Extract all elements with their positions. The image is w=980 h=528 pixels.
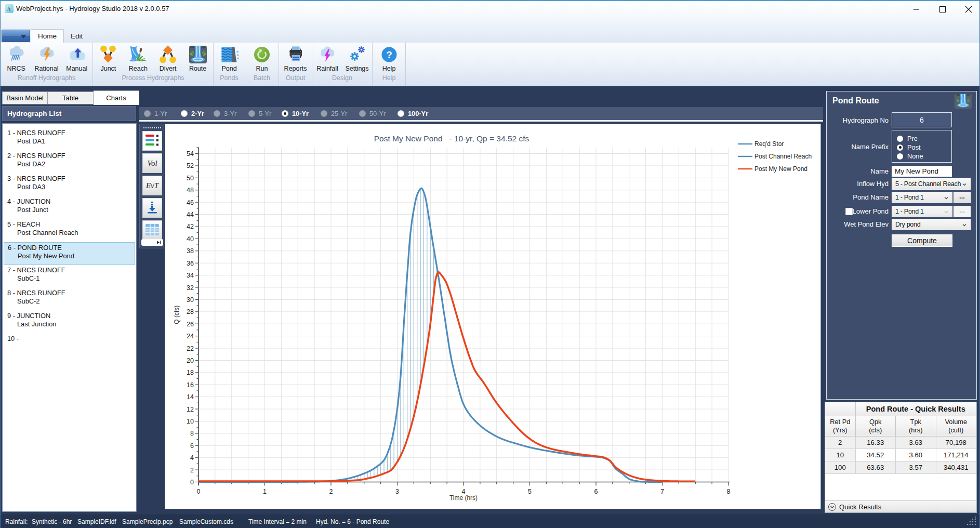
view-tab-charts[interactable]: Charts (94, 90, 139, 105)
hydrograph-list-item[interactable]: 4 - JUNCTIONPost Junct (3, 196, 136, 219)
quick-results-footer[interactable]: Quick Results (825, 500, 976, 512)
lower-pond-select[interactable]: 1 - Pond 1 (892, 206, 952, 217)
svg-text:0: 0 (190, 479, 194, 486)
app-menu-button[interactable] (2, 30, 30, 42)
quick-results-cell: 3.60 (896, 448, 936, 461)
view-tab-table[interactable]: Table (48, 91, 94, 104)
side-toolbar-export-button[interactable] (142, 198, 162, 218)
side-toolbar-series-legend-button[interactable] (142, 131, 162, 151)
compute-button[interactable]: Compute (892, 234, 952, 247)
close-button[interactable] (963, 4, 974, 15)
hydrograph-list-item[interactable]: 10 - (3, 334, 136, 357)
return-period-3-yr[interactable]: 3-Yr (214, 107, 236, 120)
return-period-50-yr[interactable]: 50-Yr (359, 107, 386, 120)
svg-text:6: 6 (190, 442, 194, 450)
radio-label: Post (907, 143, 921, 151)
pond-name-more-button[interactable]: ... (953, 192, 971, 203)
quick-results-row[interactable]: 216.333.6370,198 (825, 436, 976, 448)
pond-name-select[interactable]: 1 - Pond 1 (892, 192, 952, 203)
app-logo-icon (5, 4, 14, 13)
ribbon-button-rational[interactable]: Rational (32, 45, 61, 72)
data-table-icon (145, 223, 160, 237)
return-period-10-yr[interactable]: 10-Yr (282, 107, 309, 120)
ribbon-group-design: Rainfall SettingsDesign (312, 43, 373, 86)
wet-pond-elev-select[interactable]: Dry pond (892, 219, 971, 230)
ribbon-button-reach[interactable]: Reach (124, 45, 153, 72)
side-toolbar-evt-button[interactable]: EvT (142, 176, 162, 195)
view-tab-basin-model[interactable]: Basin Model (2, 91, 48, 104)
return-period-100-yr[interactable]: 100-Yr (398, 107, 428, 120)
column-header: Volume(cuft) (936, 416, 976, 436)
hydrograph-item-title: 8 - NRCS RUNOFF (7, 288, 133, 297)
minimize-button[interactable] (911, 4, 922, 15)
radio-label: 3-Yr (224, 110, 236, 117)
ribbon-tab-edit[interactable]: Edit (64, 29, 89, 43)
hydrograph-list-item[interactable]: 9 - JUNCTIONLast Junction (3, 311, 136, 334)
hydrograph-list-item[interactable]: 7 - NRCS RUNOFFSubC-1 (3, 265, 136, 288)
quick-results-cell: 2 (825, 436, 855, 448)
statusbar: Rainfall:Synthetic - 6hrSampleIDF.idfSam… (1, 514, 979, 528)
ribbon-button-label: Manual (66, 65, 87, 72)
svg-text:46: 46 (187, 199, 194, 206)
name-prefix-option-pre[interactable]: Pre (897, 135, 918, 142)
ribbon-tab-home[interactable]: Home (31, 29, 64, 43)
name-prefix-option-post[interactable]: Post (897, 143, 921, 151)
radio-label: 5-Yr (259, 110, 271, 117)
ribbon-group-process-hydrographs: Junct Reach Divert RouteProcess Hydrogra… (93, 43, 214, 86)
ribbon-button-junct[interactable]: Junct (94, 45, 123, 72)
hydrograph-chart[interactable]: 0246810121416182022242628303234363840424… (165, 124, 820, 509)
ribbon-group-output: ReportsOutput (279, 43, 312, 86)
svg-text:16: 16 (187, 381, 194, 389)
hydrograph-list-item[interactable]: 1 - NRCS RUNOFFPost DA1 (3, 128, 136, 151)
hydrograph-list-item[interactable]: 5 - REACHPost Channel Reach (3, 219, 136, 242)
hydrograph-list-item[interactable]: 3 - NRCS RUNOFFPost DA3 (3, 174, 136, 196)
gears-icon (347, 45, 367, 64)
ribbon-group-help: ?HelpHelp (373, 43, 406, 86)
ribbon-button-manual[interactable]: Manual (62, 45, 91, 72)
radio-icon (359, 110, 366, 117)
toolbar-grip[interactable] (143, 127, 162, 129)
wet-pond-elev-value: Dry pond (895, 221, 920, 228)
svg-text:54: 54 (187, 150, 194, 157)
cloud-up-arrow-icon (67, 45, 87, 64)
ribbon-button-help[interactable]: ?Help (375, 45, 404, 72)
hydrograph-no-value[interactable]: 6 (892, 112, 952, 127)
side-toolbar-table-view-button[interactable] (142, 220, 162, 240)
ribbon-button-label: Route (189, 65, 206, 72)
ribbon-button-rainfall[interactable]: Rainfall (313, 45, 342, 72)
ribbon-button-nrcs[interactable]: NRCS (2, 45, 31, 72)
ribbon-button-settings[interactable]: Settings (342, 45, 372, 72)
ribbon-button-label: Rational (35, 65, 59, 72)
name-input[interactable]: My New Pond (892, 166, 952, 177)
hydrograph-list-item[interactable]: 6 - POND ROUTEPost My New Pond (4, 242, 135, 265)
name-prefix-option-none[interactable]: None (897, 152, 923, 160)
ribbon-button-route[interactable]: Route (183, 45, 213, 72)
return-period-1-yr[interactable]: 1-Yr (144, 107, 167, 120)
ribbon-button-run[interactable]: Run (247, 45, 276, 72)
inflow-hyd-select[interactable]: 5 - Post Channel Reach (892, 178, 971, 190)
return-period-25-yr[interactable]: 25-Yr (321, 107, 347, 120)
maximize-button[interactable] (937, 4, 948, 15)
svg-text:38: 38 (187, 247, 194, 255)
svg-text:42: 42 (187, 223, 194, 230)
ribbon-group-label: Process Hydrographs (93, 74, 213, 86)
quick-results-cell: 340,431 (936, 461, 976, 473)
quick-results-row[interactable]: 10063.633.57340,431 (825, 461, 976, 473)
return-period-5-yr[interactable]: 5-Yr (248, 107, 271, 120)
help-question-icon: ? (379, 45, 400, 64)
lower-pond-more-button[interactable]: ... (953, 206, 971, 217)
resize-grip[interactable] (964, 517, 977, 526)
quick-results-row[interactable]: 1034.523.60171,214 (825, 448, 976, 461)
pond-route-panel: Pond Route Hydrograph No 6 (826, 91, 977, 400)
hydrograph-list-item[interactable]: 2 - NRCS RUNOFFPost DA2 (3, 151, 136, 174)
return-period-2-yr[interactable]: 2-Yr (181, 107, 204, 120)
side-toolbar-volume-button[interactable]: Vol (142, 153, 162, 173)
ribbon-button-pond[interactable]: Pond (215, 45, 244, 72)
ribbon-button-divert[interactable]: Divert (153, 45, 182, 72)
hydrograph-list-item[interactable]: 8 - NRCS RUNOFFSubC-2 (3, 288, 136, 311)
ribbon-button-reports[interactable]: Reports (281, 45, 310, 72)
svg-text:7: 7 (660, 488, 664, 495)
quick-results-corner-cell (825, 402, 855, 416)
toolbar-expander[interactable] (141, 239, 163, 246)
name-prefix-label: Name Prefix (831, 143, 889, 151)
